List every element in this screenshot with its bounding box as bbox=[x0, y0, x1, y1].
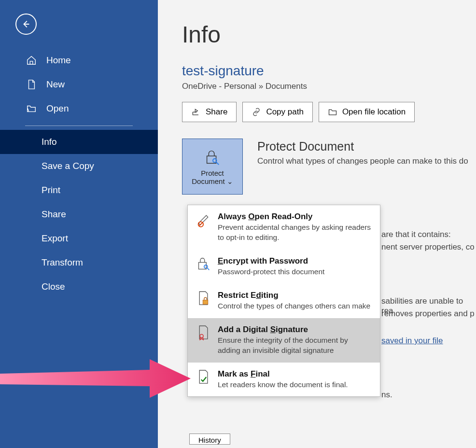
copy-path-label: Copy path bbox=[266, 107, 304, 117]
folder-open-icon bbox=[25, 103, 38, 114]
sidebar-item-close[interactable]: Close bbox=[0, 275, 158, 299]
page-title: Info bbox=[182, 21, 476, 48]
history-remnant: History bbox=[189, 434, 230, 445]
menu-desc: Let readers know the document is final. bbox=[218, 380, 371, 390]
protect-document-button[interactable]: Protect Document ⌄ bbox=[182, 139, 243, 195]
document-icon bbox=[25, 79, 38, 90]
lock-key-icon bbox=[196, 256, 211, 277]
document-check-icon bbox=[196, 369, 211, 390]
menu-restrict-editing[interactable]: Restrict Editing Control the types of ch… bbox=[188, 284, 380, 318]
open-location-button[interactable]: Open file location bbox=[319, 102, 415, 122]
bg-text: are that it contains: bbox=[381, 230, 451, 239]
open-location-label: Open file location bbox=[342, 107, 406, 117]
menu-desc: Control the types of changes others can … bbox=[218, 301, 371, 311]
menu-desc: Password-protect this document bbox=[218, 267, 371, 277]
svg-point-5 bbox=[204, 265, 208, 268]
menu-add-digital-signature[interactable]: Add a Digital Signature Ensure the integ… bbox=[188, 318, 380, 363]
protect-heading: Protect Document bbox=[257, 140, 476, 154]
protect-btn-line2: Document bbox=[192, 177, 224, 185]
sidebar-item-home[interactable]: Home bbox=[0, 48, 158, 72]
menu-title: Mark as Final bbox=[218, 369, 371, 379]
sidebar-item-info[interactable]: Info bbox=[0, 130, 158, 154]
file-action-row: Share Copy path Open file location bbox=[182, 102, 476, 122]
protect-desc: Control what types of changes people can… bbox=[257, 156, 476, 166]
sidebar-item-label: Print bbox=[42, 185, 60, 196]
arrow-left-icon bbox=[21, 19, 31, 29]
menu-desc: Prevent accidental changes by asking rea… bbox=[218, 223, 371, 243]
sidebar-item-label: Close bbox=[42, 281, 65, 292]
svg-rect-6 bbox=[203, 300, 208, 304]
home-icon bbox=[25, 55, 38, 66]
share-label: Share bbox=[206, 107, 227, 117]
lock-key-icon bbox=[203, 148, 222, 166]
svg-point-7 bbox=[200, 334, 203, 337]
copy-path-button[interactable]: Copy path bbox=[242, 102, 313, 122]
document-ribbon-icon bbox=[196, 325, 211, 356]
share-button[interactable]: Share bbox=[182, 102, 237, 122]
sidebar-item-save-copy[interactable]: Save a Copy bbox=[0, 154, 158, 178]
sidebar-item-label: Info bbox=[42, 137, 57, 147]
bg-text: ns. bbox=[381, 390, 392, 400]
sidebar-item-share[interactable]: Share bbox=[0, 202, 158, 226]
link-icon bbox=[252, 107, 261, 117]
menu-mark-final[interactable]: Mark as Final Let readers know the docum… bbox=[188, 363, 380, 397]
protect-btn-line1: Protect bbox=[201, 169, 224, 177]
sidebar-item-print[interactable]: Print bbox=[0, 178, 158, 202]
sidebar-item-label: Share bbox=[42, 209, 66, 220]
protect-document-dropdown: Always Open Read-Only Prevent accidental… bbox=[187, 205, 380, 397]
menu-title: Always Open Read-Only bbox=[218, 212, 371, 222]
sidebar-item-label: Save a Copy bbox=[42, 161, 94, 171]
menu-desc: Ensure the integrity of the document by … bbox=[218, 336, 371, 356]
share-icon bbox=[191, 107, 201, 117]
menu-open-readonly[interactable]: Always Open Read-Only Prevent accidental… bbox=[188, 205, 380, 250]
menu-title: Restrict Editing bbox=[218, 291, 371, 300]
sidebar-item-open[interactable]: Open bbox=[0, 97, 158, 121]
bg-link[interactable]: saved in your file bbox=[381, 336, 443, 346]
menu-title: Encrypt with Password bbox=[218, 256, 371, 266]
document-name[interactable]: test-signature bbox=[182, 63, 476, 79]
bg-text: nent server properties, co bbox=[381, 242, 475, 252]
bg-text: removes properties and p bbox=[381, 309, 475, 319]
sidebar-item-label: New bbox=[46, 79, 65, 90]
pencil-noentry-icon bbox=[196, 212, 211, 243]
sidebar-item-export[interactable]: Export bbox=[0, 226, 158, 251]
document-location[interactable]: OneDrive - Personal » Documents bbox=[182, 82, 476, 91]
sidebar-item-label: Export bbox=[42, 233, 68, 244]
chevron-down-icon: ⌄ bbox=[227, 177, 233, 185]
sidebar-item-label: Home bbox=[46, 55, 71, 66]
menu-encrypt-password[interactable]: Encrypt with Password Password-protect t… bbox=[188, 250, 380, 284]
menu-title: Add a Digital Signature bbox=[218, 325, 371, 335]
sidebar-item-new[interactable]: New bbox=[0, 72, 158, 97]
sidebar-item-transform[interactable]: Transform bbox=[0, 251, 158, 275]
document-lock-icon bbox=[196, 291, 211, 311]
backstage-sidebar: Home New Open Info Save a Copy Print Sha… bbox=[0, 0, 158, 448]
protect-section: Protect Document ⌄ Protect Document Cont… bbox=[182, 139, 476, 195]
sidebar-item-label: Open bbox=[46, 103, 69, 114]
folder-icon bbox=[328, 107, 337, 117]
back-button[interactable] bbox=[15, 14, 37, 35]
sidebar-divider bbox=[25, 126, 133, 126]
sidebar-item-label: Transform bbox=[42, 257, 83, 268]
